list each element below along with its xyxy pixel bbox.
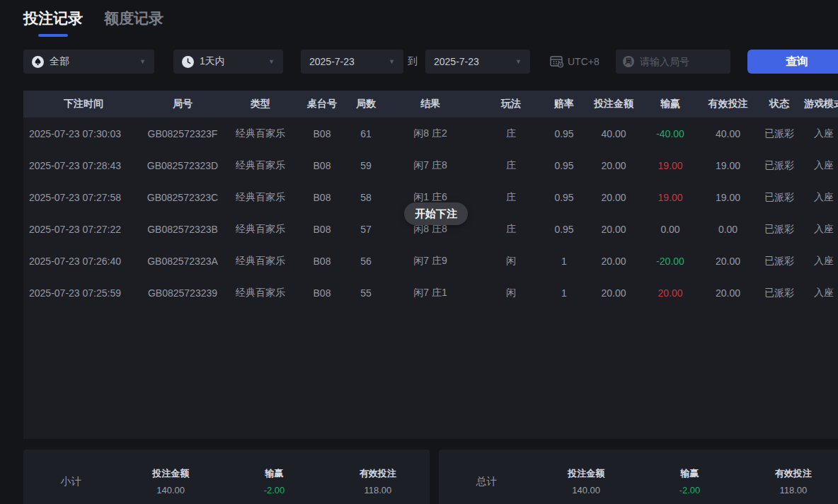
cell-round: 57	[345, 224, 387, 235]
cell-win_loss: 19.00	[648, 160, 693, 171]
cell-status: 已派彩	[763, 191, 796, 204]
calendar-icon	[549, 55, 565, 69]
header-table_no: 桌台号	[299, 98, 345, 110]
total-bet-value: 140.00	[534, 485, 638, 496]
cell-round: 59	[345, 160, 387, 171]
cell-status: 已派彩	[763, 127, 796, 140]
cell-odds: 1	[549, 256, 580, 267]
subtotal-bet-stat: 投注金额 140.00	[119, 467, 222, 496]
summary-bar: 小计 投注金额 140.00 输赢 -2.00 有效投注 118.00 总计 投…	[23, 449, 838, 504]
chevron-down-icon: ▼	[268, 58, 275, 65]
cell-odds: 1	[549, 287, 580, 299]
round-search-input[interactable]	[640, 56, 723, 67]
tab-betting-records[interactable]: 投注记录	[23, 8, 83, 37]
subtotal-bet-label: 投注金额	[119, 467, 222, 480]
cell-status: 已派彩	[763, 223, 796, 236]
cell-round: 61	[345, 128, 387, 139]
subtotal-bet-value: 140.00	[119, 485, 222, 496]
date-from-picker[interactable]: 2025-7-23 ▼	[301, 50, 403, 74]
tab-quota-records[interactable]: 额度记录	[104, 8, 163, 37]
timezone-label: UTC+8	[568, 56, 599, 67]
total-valid-stat: 有效投注 118.00	[742, 467, 838, 496]
cell-status: 已派彩	[763, 159, 796, 172]
tab-betting-records-label: 投注记录	[23, 10, 83, 26]
cell-bet: 20.00	[580, 256, 648, 267]
cell-win_loss: -40.00	[648, 128, 693, 139]
cell-type: 经典百家乐	[222, 127, 299, 140]
round-number-icon: 局	[623, 56, 634, 67]
game-type-value: 全部	[50, 55, 134, 68]
spade-icon	[32, 56, 44, 68]
cell-bet: 20.00	[580, 224, 648, 235]
cell-play: 庄	[473, 159, 549, 172]
cell-mode: 入座	[796, 159, 838, 172]
date-to-connector: 到	[408, 50, 418, 74]
cell-win_loss: -20.00	[648, 256, 693, 267]
cell-round: 56	[345, 256, 387, 267]
cell-table_no: B08	[299, 128, 345, 139]
subtotal-label: 小计	[23, 475, 119, 488]
total-valid-value: 118.00	[742, 485, 838, 496]
table-header-row: 下注时间局号类型桌台号局数结果玩法赔率投注金额输赢有效投注状态游戏模式	[23, 91, 838, 118]
tab-quota-records-label: 额度记录	[104, 10, 163, 26]
header-win_loss: 输赢	[648, 98, 693, 110]
subtotal-valid-value: 118.00	[326, 485, 430, 496]
subtotal-winloss-value: -2.00	[222, 485, 326, 496]
cell-game_id: GB082572323C	[144, 192, 222, 203]
cell-valid_bet: 19.00	[693, 192, 763, 203]
cell-mode: 入座	[796, 255, 838, 268]
total-label: 总计	[439, 475, 534, 488]
cell-mode: 入座	[796, 191, 838, 204]
header-odds: 赔率	[549, 98, 580, 110]
cell-result: 闲7 庄8	[387, 159, 473, 172]
cell-play: 庄	[473, 127, 549, 140]
header-time: 下注时间	[23, 98, 144, 110]
total-bet-stat: 投注金额 140.00	[534, 467, 638, 496]
cell-status: 已派彩	[763, 287, 796, 299]
cell-valid_bet: 20.00	[693, 256, 763, 267]
cell-valid_bet: 20.00	[693, 287, 763, 299]
header-status: 状态	[763, 98, 796, 110]
cell-type: 经典百家乐	[222, 159, 299, 172]
cell-win_loss: 19.00	[648, 192, 693, 203]
header-bet: 投注金额	[580, 98, 648, 110]
date-to-value: 2025-7-23	[434, 56, 510, 67]
cell-odds: 0.95	[549, 224, 580, 235]
filter-bar: 全部 ▼ 1天内 ▼ 2025-7-23 ▼ 到 2025-7-23 ▼	[0, 50, 838, 74]
subtotal-valid-label: 有效投注	[326, 467, 430, 480]
subtotal-winloss-label: 输赢	[222, 467, 326, 480]
header-game_id: 局号	[144, 98, 222, 110]
chevron-down-icon: ▼	[515, 58, 522, 65]
cell-play: 庄	[473, 223, 549, 236]
query-button[interactable]: 查询	[747, 50, 838, 74]
header-round: 局数	[345, 98, 387, 110]
cell-game_id: GB082572323F	[144, 128, 222, 139]
cell-table_no: B08	[299, 224, 345, 235]
tab-bar: 投注记录 额度记录	[23, 8, 163, 37]
cell-win_loss: 0.00	[648, 224, 693, 235]
game-type-select[interactable]: 全部 ▼	[23, 50, 154, 74]
chevron-down-icon: ▼	[139, 58, 146, 65]
total-winloss-label: 输赢	[638, 467, 741, 480]
header-play: 玩法	[473, 98, 549, 110]
cell-time: 2025-07-23 07:27:58	[23, 192, 144, 203]
round-search: 局	[616, 50, 730, 74]
betting-records-page: 投注记录 额度记录 全部 ▼ 1天内 ▼ 2025-7-23 ▼	[0, 0, 838, 504]
cell-mode: 入座	[796, 287, 838, 299]
cell-table_no: B08	[299, 256, 345, 267]
cell-bet: 20.00	[580, 192, 648, 203]
cell-valid_bet: 0.00	[693, 224, 763, 235]
cell-type: 经典百家乐	[222, 223, 299, 236]
chevron-down-icon: ▼	[389, 58, 395, 65]
table-row: 2025-07-23 07:28:43GB082572323D经典百家乐B085…	[23, 149, 838, 181]
cell-game_id: GB082572323B	[144, 224, 222, 235]
header-type: 类型	[222, 98, 299, 110]
header-valid_bet: 有效投注	[693, 98, 763, 110]
subtotal-valid-stat: 有效投注 118.00	[326, 467, 430, 496]
date-to-picker[interactable]: 2025-7-23 ▼	[425, 50, 530, 74]
cell-play: 闲	[473, 287, 549, 299]
cell-win_loss: 20.00	[648, 287, 693, 299]
time-range-select[interactable]: 1天内 ▼	[173, 50, 283, 74]
cell-type: 经典百家乐	[222, 255, 299, 268]
cell-game_id: GB082572323A	[144, 256, 222, 267]
